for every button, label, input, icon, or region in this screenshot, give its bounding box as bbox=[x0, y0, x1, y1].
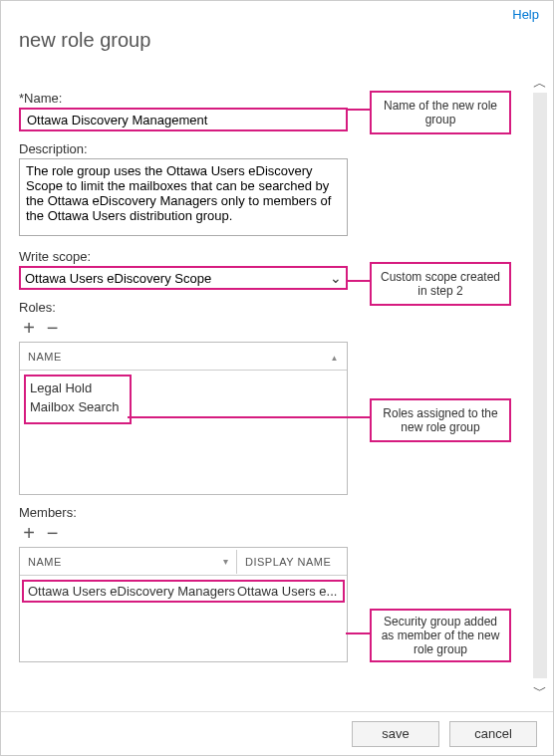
annotation-connector bbox=[128, 416, 370, 418]
list-item[interactable]: Legal Hold bbox=[30, 378, 126, 397]
description-label: Description: bbox=[19, 141, 348, 156]
page-title: new role group bbox=[19, 29, 150, 52]
table-row[interactable]: Ottawa Users eDiscovery Managers Ottawa … bbox=[22, 580, 345, 603]
save-button[interactable]: save bbox=[352, 721, 439, 747]
annotation-roles: Roles assigned to the new role group bbox=[370, 398, 511, 442]
cancel-button[interactable]: cancel bbox=[449, 721, 537, 747]
members-label: Members: bbox=[19, 505, 348, 520]
description-textarea[interactable]: The role group uses the Ottawa Users eDi… bbox=[19, 158, 348, 236]
name-label: *Name: bbox=[19, 91, 348, 106]
annotation-members: Security group added as member of the ne… bbox=[370, 609, 511, 662]
members-column-name[interactable]: NAME bbox=[20, 550, 237, 574]
annotation-connector bbox=[348, 280, 370, 282]
list-item[interactable]: Mailbox Search bbox=[30, 397, 126, 416]
remove-role-button[interactable]: − bbox=[43, 319, 63, 337]
write-scope-label: Write scope: bbox=[19, 249, 348, 264]
footer: save cancel bbox=[1, 711, 553, 755]
annotation-connector bbox=[346, 632, 370, 634]
scroll-up-icon[interactable]: ︿ bbox=[531, 75, 549, 93]
roles-list: NAME Legal Hold Mailbox Search bbox=[19, 342, 348, 495]
annotation-connector bbox=[348, 109, 370, 111]
scroll-down-icon[interactable]: ﹀ bbox=[531, 682, 549, 700]
name-input[interactable] bbox=[19, 108, 348, 131]
help-link[interactable]: Help bbox=[512, 7, 539, 22]
members-list: NAME DISPLAY NAME Ottawa Users eDiscover… bbox=[19, 547, 348, 662]
roles-label: Roles: bbox=[19, 300, 348, 315]
members-column-display[interactable]: DISPLAY NAME bbox=[237, 550, 347, 574]
member-display-cell: Ottawa Users e... bbox=[237, 584, 339, 599]
member-name-cell: Ottawa Users eDiscovery Managers bbox=[28, 584, 237, 599]
add-member-button[interactable]: + bbox=[19, 524, 39, 542]
scrollbar[interactable] bbox=[533, 93, 547, 678]
remove-member-button[interactable]: − bbox=[43, 524, 63, 542]
add-role-button[interactable]: + bbox=[19, 319, 39, 337]
annotation-name: Name of the new role group bbox=[370, 91, 511, 134]
write-scope-select[interactable] bbox=[19, 266, 348, 290]
roles-items: Legal Hold Mailbox Search bbox=[24, 375, 132, 424]
annotation-scope: Custom scope created in step 2 bbox=[370, 262, 511, 306]
roles-column-name[interactable]: NAME bbox=[20, 345, 347, 369]
